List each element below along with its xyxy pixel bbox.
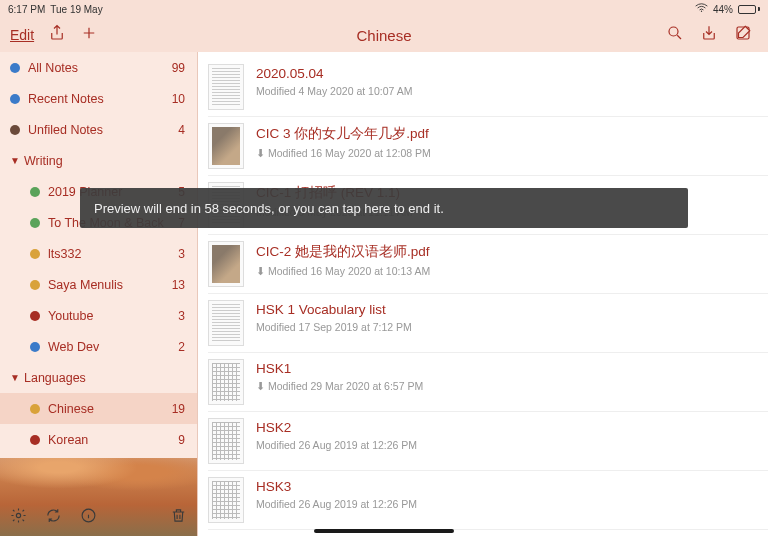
note-row[interactable]: HSK2Modified 26 Aug 2019 at 12:26 PM	[208, 412, 768, 471]
sidebar-item-count: 3	[178, 247, 185, 261]
sidebar-item[interactable]: Youtube3	[0, 300, 197, 331]
note-thumbnail	[208, 64, 244, 110]
note-thumbnail	[208, 241, 244, 287]
note-title: CIC-2 她是我的汉语老师.pdf	[256, 243, 758, 261]
note-title: HSK 1 Vocabulary list	[256, 302, 758, 317]
download-icon: ⬇	[256, 147, 268, 159]
note-meta: Modified 26 Aug 2019 at 12:26 PM	[256, 498, 758, 510]
sidebar-item[interactable]: lts3323	[0, 238, 197, 269]
download-icon: ⬇	[256, 380, 268, 392]
note-row[interactable]: HSK3Modified 26 Aug 2019 at 12:26 PM	[208, 471, 768, 530]
note-thumbnail	[208, 359, 244, 405]
sidebar-item-count: 13	[172, 278, 185, 292]
sidebar-item[interactable]: Korean9	[0, 424, 197, 455]
color-dot-icon	[30, 249, 40, 259]
sidebar-footer	[0, 458, 197, 536]
svg-point-0	[701, 11, 702, 12]
note-meta: ⬇ Modified 16 May 2020 at 12:08 PM	[256, 147, 758, 159]
sidebar-item[interactable]: All Notes99	[0, 52, 197, 83]
info-icon[interactable]	[80, 507, 97, 528]
settings-icon[interactable]	[10, 507, 27, 528]
note-thumbnail	[208, 477, 244, 523]
note-row[interactable]: 2020.05.04Modified 4 May 2020 at 10:07 A…	[208, 58, 768, 117]
note-thumbnail	[208, 418, 244, 464]
color-dot-icon	[10, 63, 20, 73]
import-icon[interactable]	[700, 24, 718, 46]
sidebar-item-count: 9	[178, 433, 185, 447]
sidebar-item-label: Unfiled Notes	[28, 123, 178, 137]
home-indicator[interactable]	[314, 529, 454, 533]
sidebar-item-label: Chinese	[48, 402, 172, 416]
note-title: 2020.05.04	[256, 66, 758, 81]
note-meta: Modified 4 May 2020 at 10:07 AM	[256, 85, 758, 97]
sidebar-item-count: 19	[172, 402, 185, 416]
note-title: CIC 3 你的女儿今年几岁.pdf	[256, 125, 758, 143]
sidebar-item-count: 3	[178, 309, 185, 323]
sidebar-item-label: Youtube	[48, 309, 178, 323]
sidebar-item-count: 4	[178, 123, 185, 137]
svg-point-3	[16, 513, 20, 517]
sidebar-item-label: Languages	[24, 371, 185, 385]
wifi-icon	[695, 3, 708, 15]
page-title: Chinese	[356, 27, 411, 44]
color-dot-icon	[30, 187, 40, 197]
sidebar-section[interactable]: ▼Writing	[0, 145, 197, 176]
sidebar-item[interactable]: Web Dev2	[0, 331, 197, 362]
sidebar-item-label: Korean	[48, 433, 178, 447]
status-time: 6:17 PM	[8, 4, 45, 15]
status-bar: 6:17 PM Tue 19 May 44%	[0, 0, 768, 18]
notes-list[interactable]: 2020.05.04Modified 4 May 2020 at 10:07 A…	[198, 52, 768, 536]
note-thumbnail	[208, 123, 244, 169]
note-row[interactable]: CIC 3 你的女儿今年几岁.pdf⬇ Modified 16 May 2020…	[208, 117, 768, 176]
note-title: HSK2	[256, 420, 758, 435]
color-dot-icon	[30, 280, 40, 290]
chevron-down-icon: ▼	[10, 155, 18, 166]
sidebar-item-label: All Notes	[28, 61, 172, 75]
color-dot-icon	[30, 311, 40, 321]
edit-button[interactable]: Edit	[10, 27, 34, 43]
note-row[interactable]: HSK4Modified 4 Jan 2020 at 2:05 PM	[208, 530, 768, 536]
sidebar: All Notes99Recent Notes10Unfiled Notes4▼…	[0, 52, 198, 536]
download-icon: ⬇	[256, 265, 268, 277]
note-meta: Modified 26 Aug 2019 at 12:26 PM	[256, 439, 758, 451]
sidebar-item[interactable]: Unfiled Notes4	[0, 114, 197, 145]
sidebar-item-label: Web Dev	[48, 340, 178, 354]
note-meta: Modified 17 Sep 2019 at 7:12 PM	[256, 321, 758, 333]
color-dot-icon	[10, 94, 20, 104]
sidebar-item[interactable]: Recent Notes10	[0, 83, 197, 114]
trash-icon[interactable]	[170, 507, 187, 528]
color-dot-icon	[30, 435, 40, 445]
sidebar-item-label: Recent Notes	[28, 92, 172, 106]
note-title: HSK3	[256, 479, 758, 494]
note-row[interactable]: HSK 1 Vocabulary listModified 17 Sep 201…	[208, 294, 768, 353]
color-dot-icon	[10, 125, 20, 135]
header: Edit Chinese	[0, 18, 768, 52]
color-dot-icon	[30, 218, 40, 228]
note-row[interactable]: CIC-2 她是我的汉语老师.pdf⬇ Modified 16 May 2020…	[208, 235, 768, 294]
sidebar-item[interactable]: Chinese19	[0, 393, 197, 424]
chevron-down-icon: ▼	[10, 372, 18, 383]
battery-icon	[738, 5, 760, 14]
sidebar-item-label: Writing	[24, 154, 185, 168]
compose-icon[interactable]	[734, 24, 752, 46]
sidebar-item-count: 2	[178, 340, 185, 354]
add-icon[interactable]	[80, 24, 98, 46]
color-dot-icon	[30, 404, 40, 414]
sidebar-item-label: Saya Menulis	[48, 278, 172, 292]
sidebar-item-label: lts332	[48, 247, 178, 261]
search-icon[interactable]	[666, 24, 684, 46]
note-title: HSK1	[256, 361, 758, 376]
sync-icon[interactable]	[45, 507, 62, 528]
battery-percent: 44%	[713, 4, 733, 15]
svg-point-1	[669, 27, 678, 36]
preview-toast[interactable]: Preview will end in 58 seconds, or you c…	[80, 188, 688, 228]
color-dot-icon	[30, 342, 40, 352]
note-meta: ⬇ Modified 16 May 2020 at 10:13 AM	[256, 265, 758, 277]
sidebar-item[interactable]: Saya Menulis13	[0, 269, 197, 300]
note-thumbnail	[208, 300, 244, 346]
sidebar-section[interactable]: ▼Languages	[0, 362, 197, 393]
share-icon[interactable]	[48, 24, 66, 46]
note-row[interactable]: HSK1⬇ Modified 29 Mar 2020 at 6:57 PM	[208, 353, 768, 412]
status-date: Tue 19 May	[50, 4, 102, 15]
sidebar-item-count: 10	[172, 92, 185, 106]
